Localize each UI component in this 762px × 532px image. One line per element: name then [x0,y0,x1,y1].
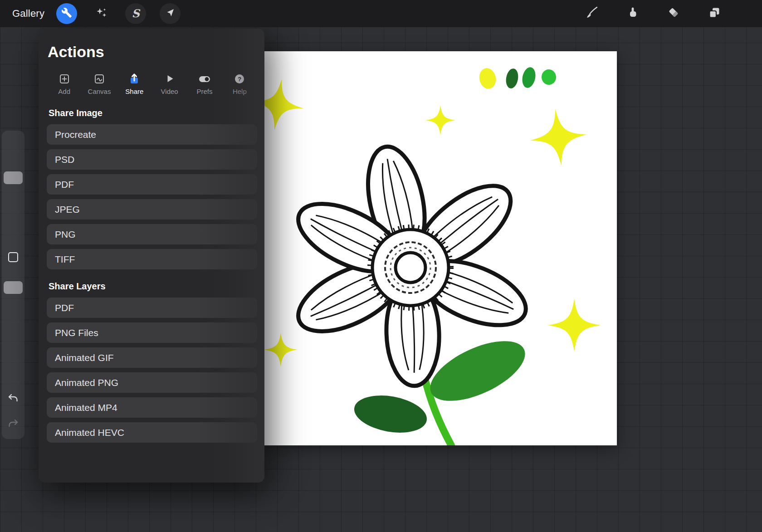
tab-label: Canvas [88,88,111,95]
tab-label: Video [161,88,178,95]
sparkle [264,76,307,134]
share-layers-header: Share Layers [49,281,257,292]
eraser-icon [667,13,680,21]
actions-popover: Actions Add Canvas [39,29,264,483]
share-option-jpeg[interactable]: JPEG [47,199,257,220]
erase-tool-button[interactable] [667,6,680,21]
modify-button[interactable] [8,252,18,262]
svg-text:?: ? [238,76,241,83]
gallery-button[interactable]: Gallery [12,8,44,20]
prefs-toggle-icon [198,72,211,85]
swatch-bright-green [541,69,557,86]
help-icon: ? [233,72,246,85]
redo-button[interactable] [7,418,19,431]
tab-add[interactable]: Add [47,72,82,95]
share-icon [128,72,141,85]
smudge-tool-button[interactable] [626,6,640,21]
share-option-psd[interactable]: PSD [47,149,257,170]
sparkle [264,333,298,366]
undo-button[interactable] [7,393,19,405]
share-layers-animated-png[interactable]: Animated PNG [47,372,257,393]
swatch-dark-green [504,68,519,89]
layers-button[interactable] [708,6,721,21]
selection-s-icon: S [132,8,139,19]
actions-button[interactable] [56,3,77,24]
paint-tool-button[interactable] [585,6,599,21]
sparkle [425,105,455,135]
layers-icon [708,13,721,21]
tab-label: Help [233,88,247,95]
share-option-tiff[interactable]: TIFF [47,249,257,269]
video-icon [163,72,176,85]
tab-video[interactable]: Video [152,72,187,95]
swatch-yellow [478,67,498,90]
magic-wand-icon [95,7,107,21]
tab-share[interactable]: Share [117,72,152,95]
swatch-green [521,66,537,89]
add-icon [58,72,71,85]
smudge-icon [626,13,640,21]
drawing-canvas[interactable] [264,51,617,445]
undo-icon [7,397,19,405]
tab-canvas[interactable]: Canvas [82,72,117,95]
tab-label: Add [58,88,70,95]
brush-sidebar [2,131,24,439]
redo-icon [7,423,19,430]
opacity-slider[interactable] [4,281,23,294]
share-image-header: Share Image [49,108,257,118]
brush-icon [585,13,599,21]
share-layers-png-files[interactable]: PNG Files [47,322,257,343]
share-option-procreate[interactable]: Procreate [47,124,257,145]
panel-title: Actions [48,43,257,61]
brush-size-slider[interactable] [4,171,23,184]
share-layers-animated-mp4[interactable]: Animated MP4 [47,397,257,418]
tab-prefs[interactable]: Prefs [187,72,222,95]
transform-arrow-icon [165,7,176,20]
share-layers-animated-gif[interactable]: Animated GIF [47,347,257,368]
adjustments-button[interactable] [91,3,112,24]
tab-help[interactable]: ? Help [222,72,257,95]
share-layers-pdf[interactable]: PDF [47,298,257,318]
share-option-png[interactable]: PNG [47,224,257,244]
actions-tabs: Add Canvas [47,72,257,95]
canvas-icon [93,72,106,85]
tab-label: Prefs [196,88,212,95]
share-option-pdf[interactable]: PDF [47,174,257,195]
wrench-icon [61,7,72,20]
transform-button[interactable] [160,3,181,24]
share-layers-animated-hevc[interactable]: Animated HEVC [47,422,257,443]
tab-label: Share [125,88,143,95]
sparkle [527,106,590,169]
selection-button[interactable]: S [125,3,146,24]
top-toolbar: Gallery S [0,0,762,27]
sparkle [547,298,601,352]
leaf-dark-green [351,390,430,438]
flower-artwork [264,51,617,445]
app-stage: Gallery S [0,0,762,532]
